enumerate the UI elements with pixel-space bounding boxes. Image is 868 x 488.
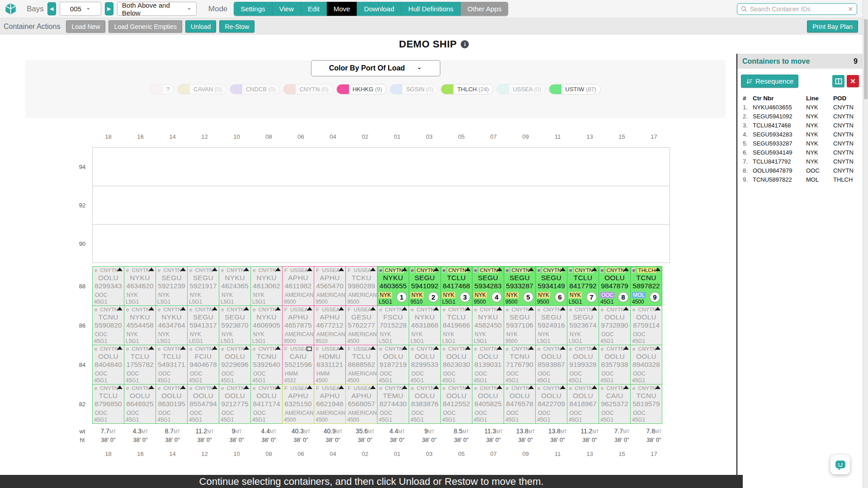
bay-select[interactable]: 005 ⌄ [60, 2, 101, 16]
container-cell[interactable]: e CNYTNNYKU4582450NYKL5G1 [472, 305, 504, 345]
container-cell[interactable]: e CNYTNTCNU5392640OOC45G1 [250, 345, 283, 385]
container-cell[interactable]: F USSEATCKU9980289AMERICAN9500 [345, 266, 377, 306]
container-cell[interactable]: e CNYTNSEGU5923870NYKL5G1 [219, 305, 251, 345]
container-cell[interactable]: e CNYTNTCLU5493171OOC45G1 [156, 345, 188, 385]
legend-pill-sgsin[interactable]: SGSIN (0) [390, 84, 438, 94]
container-cell[interactable]: e CNYTNSEGU5941317NYKLEG1 [187, 305, 219, 345]
legend-pill-ustiw[interactable]: USTIW (87) [549, 84, 601, 94]
info-icon[interactable]: i [461, 40, 469, 48]
container-cell[interactable]: e CNYTNOOLU8593867OOC45G1 [535, 345, 567, 385]
container-cell[interactable]: e CNYTNNYKU4606905NYKL5G1 [250, 305, 283, 345]
clear-search-icon[interactable]: ✕ [848, 5, 853, 13]
container-cell[interactable]: e CNYTNFCIU9404678OOC45G1 [187, 345, 219, 385]
container-cell[interactable]: F USSEAAPHU4565470AMERICAN9500 [314, 266, 346, 306]
container-cell[interactable]: e CNYTNSEGU5934149NYK95006 [535, 266, 567, 306]
container-search[interactable]: ✕ [737, 3, 857, 15]
chat-launcher-button[interactable] [830, 455, 850, 474]
legend-pill-cnytn[interactable]: CNYTN (0) [283, 84, 333, 94]
container-cell[interactable]: e CNYTNNYKU4624365NYKL5G1 [219, 266, 251, 306]
container-cell[interactable]: e CNYTNNYKU4613062NYKL5G1 [250, 266, 283, 306]
mode-button-hull-definitions[interactable]: Hull Definitions [401, 2, 461, 16]
resequence-button[interactable]: Resequence [741, 75, 798, 88]
container-cell[interactable]: e CNYTNOOLU9212775OOC45G1 [219, 384, 251, 424]
container-cell[interactable]: F USSEAAPHU6621948AMERICAN4500 [314, 384, 346, 424]
container-cell[interactable]: e CNYTNOOLU8404840OOC45G1 [92, 345, 124, 385]
container-cell[interactable]: e CNYTNSEGU5924916NYKL5G1 [535, 305, 567, 345]
container-cell[interactable]: e CNYTNOOLU8646925OOC45G1 [124, 384, 156, 424]
container-cell[interactable]: e CNYTNOOLU8139031OOC45G1 [472, 345, 504, 385]
scrollbar-thumb[interactable] [864, 19, 868, 99]
container-cell[interactable]: e CNYTNTCLU8796850OOC45G1 [92, 384, 124, 424]
mode-button-move[interactable]: Move [327, 2, 358, 16]
container-cell[interactable]: e CNYTNOOLU9187219OOC45G1 [377, 345, 409, 385]
container-cell[interactable]: e CNYTNTCNU5819579OOC45G1 [630, 384, 662, 424]
action-button-load-generic-empties[interactable]: Load Generic Empties [108, 20, 182, 33]
container-cell[interactable]: e CNYTNTCLU8417468NYKL5G13 [440, 266, 472, 306]
container-cell[interactable]: e CNYTNSEGU5934283NYK95004 [472, 266, 504, 306]
action-button-re-stow[interactable]: Re-Stow [219, 20, 255, 33]
legend-pill-thlch[interactable]: THLCH (24) [441, 84, 493, 94]
legend-pill-ussea[interactable]: USSEA (0) [496, 84, 546, 94]
container-cell[interactable]: e CNYTNNYKU4631868NYKL5G1 [409, 305, 441, 345]
container-cell[interactable]: e CNYTNTCLU1755782OOC45G1 [124, 345, 156, 385]
container-cell[interactable]: F USSEAGESU5762277AMERICAN4500 [345, 305, 377, 345]
container-cell[interactable]: F USSEAAPHU4677212AMERICAN9510 [314, 305, 346, 345]
container-cell[interactable]: e CNYTNOOLU9229696OOC45G1 [219, 345, 251, 385]
legend-pill-cavan[interactable]: CAVAN (0) [177, 84, 226, 94]
container-cell[interactable]: e CNYTNNYKU4634620NYKL5G1 [124, 266, 156, 306]
legend-pill-unknown[interactable]: ? [150, 84, 174, 94]
print-bay-plan-button[interactable]: Print Bay Plan [807, 20, 858, 33]
container-cell[interactable]: e CNYTNOOLU8623030OOC45G1 [440, 345, 472, 385]
container-cell[interactable]: e CNYTNSEGU5937106NYK9500 [504, 305, 536, 345]
empty-tier-slots[interactable] [92, 186, 670, 225]
container-cell[interactable]: F USSEAAPHU4611982AMERICAN9500 [282, 266, 314, 306]
container-cell[interactable]: e CNYTNOOLU8383876OOC45G1 [409, 384, 441, 424]
bay-scope-select[interactable]: Both Above and Below ⌄ [117, 2, 197, 16]
container-cell[interactable]: e THLCHTCNU5897822MOL45009 [630, 266, 662, 306]
next-bay-button[interactable]: ▶ [105, 2, 113, 15]
action-button-load-new[interactable]: Load New [66, 20, 105, 33]
container-cell[interactable]: e CNYTNOOLU8418967OOC45G1 [567, 384, 599, 424]
action-button-unload[interactable]: Unload [185, 20, 216, 33]
container-cell[interactable]: e CNYTNOOLU8940328OOC45G1 [630, 345, 662, 385]
container-cell[interactable]: e CNYTNTEMU8274430OOC45G1 [377, 384, 409, 424]
container-cell[interactable]: F USSEAAPHU6325150AMERICAN4500 [282, 384, 314, 424]
container-cell[interactable]: e CNYTNTCNU7176790OOC45G1 [504, 345, 536, 385]
legend-pill-hkhkg[interactable]: HKHKG (9) [336, 84, 387, 94]
mode-button-other-apps[interactable]: Other Apps [461, 2, 508, 16]
container-cell[interactable]: e CNYTNNYKU4634764NYKL5G1 [156, 305, 188, 345]
container-cell[interactable]: e CNYTNOOLU8759114OOC45G1 [630, 305, 662, 345]
container-cell[interactable]: e CNYTNCAIU9625372OOC45G1 [599, 384, 631, 424]
container-cell[interactable]: e CNYTNOOLU8299533OOC45G1 [409, 345, 441, 385]
container-cell[interactable]: e CNYTNSEGU5941092NYK95102 [409, 266, 441, 306]
search-input[interactable] [750, 5, 845, 13]
container-cell[interactable]: e CNYTNFSCU7015228NYKL5G1 [377, 305, 409, 345]
container-cell[interactable]: F USSEATCLU8688562AMERICAN4500 [345, 345, 377, 385]
container-cell[interactable]: e CNYTNTCNU5590820OOC45G1 [92, 305, 124, 345]
empty-tier-slots[interactable] [92, 224, 670, 263]
container-cell[interactable]: e CNYTNOOLU8357938OOC45G1 [599, 345, 631, 385]
legend-pill-cndcb[interactable]: CNDCB (0) [230, 84, 280, 94]
color-by-select[interactable]: Color By Port Of Load ⌄ [311, 60, 440, 76]
container-cell[interactable]: e CNYTNOOLU8412552OOC45G1 [440, 384, 472, 424]
empty-tier-slots[interactable] [92, 147, 670, 186]
prev-bay-button[interactable]: ◀ [47, 2, 56, 15]
close-panel-button[interactable]: ✕ [847, 75, 859, 87]
container-cell[interactable]: e CNYTNOOLU8630195OOC45G1 [156, 384, 188, 424]
mode-button-view[interactable]: View [273, 2, 301, 16]
container-cell[interactable]: e CNYTNOOLU9199328OOC45G1 [567, 345, 599, 385]
panel-columns-button[interactable] [832, 75, 844, 87]
container-cell[interactable]: F USSEAAPHU4657875AMERICAN9500 [282, 305, 314, 345]
mode-button-download[interactable]: Download [357, 2, 401, 16]
container-cell[interactable]: e CNYTNSEGU5933287NYK95005 [504, 266, 536, 306]
container-cell[interactable]: F USSEAAPHU6568057AMERICAN4500 [345, 384, 377, 424]
container-cell[interactable]: e CNYTNTCLU8419666NYKL5G1 [440, 305, 472, 345]
container-cell[interactable]: e CNYTNOOLU8422709OOC45G1 [535, 384, 567, 424]
container-cell[interactable]: e CNYTNOOLU8554794OOC45G1 [187, 384, 219, 424]
container-cell[interactable]: e CNYTNOOLU8405825OOC45G1 [472, 384, 504, 424]
container-cell[interactable]: F USSEACAIU5521596HMM4532 [282, 345, 314, 385]
container-cell[interactable]: e CNYTNOOLU8299343OOC45G1 [92, 266, 124, 306]
mode-button-edit[interactable]: Edit [301, 2, 327, 16]
container-cell[interactable]: F USSEAHDMU6331121HMM4500 [314, 345, 346, 385]
container-cell[interactable]: e CNYTNOOLU8476578OOC45G1 [504, 384, 536, 424]
